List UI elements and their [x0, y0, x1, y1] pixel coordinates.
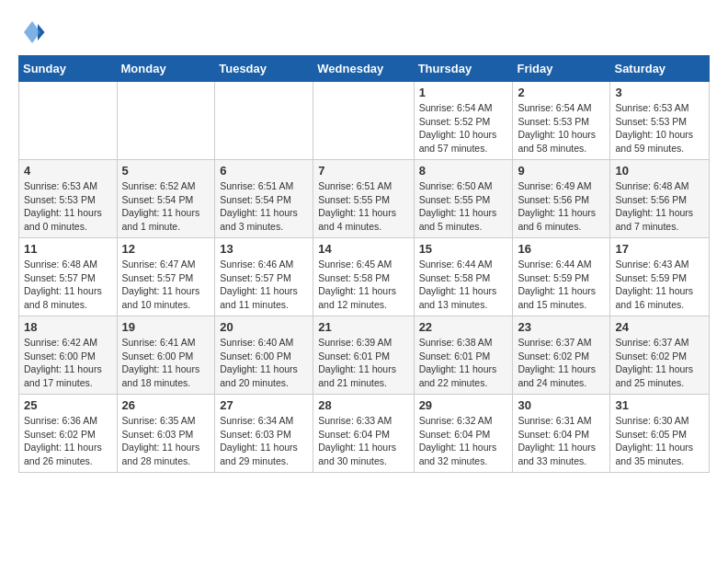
calendar-cell: 6Sunrise: 6:51 AM Sunset: 5:54 PM Daylig…	[215, 160, 313, 238]
day-info: Sunrise: 6:51 AM Sunset: 5:55 PM Dayligh…	[318, 179, 408, 234]
day-info: Sunrise: 6:42 AM Sunset: 6:00 PM Dayligh…	[24, 336, 112, 390]
day-info: Sunrise: 6:53 AM Sunset: 5:53 PM Dayligh…	[24, 179, 112, 234]
day-number: 7	[318, 164, 408, 178]
calendar-cell: 27Sunrise: 6:34 AM Sunset: 6:03 PM Dayli…	[215, 395, 313, 473]
calendar-week-4: 18Sunrise: 6:42 AM Sunset: 6:00 PM Dayli…	[19, 316, 710, 395]
calendar-cell: 19Sunrise: 6:41 AM Sunset: 6:00 PM Dayli…	[117, 316, 215, 395]
calendar-cell: 30Sunrise: 6:31 AM Sunset: 6:04 PM Dayli…	[513, 395, 610, 473]
day-info: Sunrise: 6:37 AM Sunset: 6:02 PM Dayligh…	[615, 336, 704, 390]
day-info: Sunrise: 6:50 AM Sunset: 5:55 PM Dayligh…	[419, 179, 508, 234]
header-row: SundayMondayTuesdayWednesdayThursdayFrid…	[19, 56, 710, 82]
day-info: Sunrise: 6:43 AM Sunset: 5:59 PM Dayligh…	[615, 258, 704, 312]
day-number: 2	[518, 86, 605, 99]
day-number: 10	[615, 164, 704, 178]
day-number: 13	[220, 242, 308, 256]
calendar-cell: 31Sunrise: 6:30 AM Sunset: 6:05 PM Dayli…	[610, 395, 710, 473]
day-info: Sunrise: 6:34 AM Sunset: 6:03 PM Dayligh…	[220, 414, 308, 468]
column-header-friday: Friday	[513, 56, 610, 82]
calendar-cell: 23Sunrise: 6:37 AM Sunset: 6:02 PM Dayli…	[513, 316, 610, 395]
day-info: Sunrise: 6:38 AM Sunset: 6:01 PM Dayligh…	[419, 336, 508, 390]
day-number: 24	[615, 320, 704, 334]
day-number: 30	[518, 398, 605, 412]
calendar-cell: 7Sunrise: 6:51 AM Sunset: 5:55 PM Daylig…	[313, 160, 414, 238]
calendar-cell: 13Sunrise: 6:46 AM Sunset: 5:57 PM Dayli…	[215, 238, 313, 316]
day-number: 3	[615, 86, 704, 99]
calendar-cell: 17Sunrise: 6:43 AM Sunset: 5:59 PM Dayli…	[610, 238, 710, 316]
calendar-cell: 12Sunrise: 6:47 AM Sunset: 5:57 PM Dayli…	[117, 238, 215, 316]
day-info: Sunrise: 6:30 AM Sunset: 6:05 PM Dayligh…	[615, 414, 704, 468]
calendar-cell: 18Sunrise: 6:42 AM Sunset: 6:00 PM Dayli…	[19, 316, 118, 395]
day-number: 5	[122, 164, 210, 178]
day-number: 14	[318, 242, 408, 256]
calendar-week-2: 4Sunrise: 6:53 AM Sunset: 5:53 PM Daylig…	[19, 160, 710, 238]
calendar-cell: 11Sunrise: 6:48 AM Sunset: 5:57 PM Dayli…	[19, 238, 118, 316]
day-number: 28	[318, 398, 408, 412]
day-info: Sunrise: 6:37 AM Sunset: 6:02 PM Dayligh…	[518, 336, 605, 390]
day-info: Sunrise: 6:44 AM Sunset: 5:58 PM Dayligh…	[419, 258, 508, 312]
calendar-cell: 15Sunrise: 6:44 AM Sunset: 5:58 PM Dayli…	[414, 238, 513, 316]
day-info: Sunrise: 6:36 AM Sunset: 6:02 PM Dayligh…	[24, 414, 112, 468]
calendar-cell	[313, 82, 414, 160]
day-info: Sunrise: 6:40 AM Sunset: 6:00 PM Dayligh…	[220, 336, 308, 390]
calendar-week-3: 11Sunrise: 6:48 AM Sunset: 5:57 PM Dayli…	[19, 238, 710, 316]
column-header-wednesday: Wednesday	[313, 56, 414, 82]
day-number: 16	[518, 242, 605, 256]
day-number: 18	[24, 320, 112, 334]
day-number: 17	[615, 242, 704, 256]
calendar-cell: 3Sunrise: 6:53 AM Sunset: 5:53 PM Daylig…	[610, 82, 710, 160]
column-header-tuesday: Tuesday	[215, 56, 313, 82]
day-number: 22	[419, 320, 508, 334]
calendar-week-1: 1Sunrise: 6:54 AM Sunset: 5:52 PM Daylig…	[19, 82, 710, 160]
calendar-cell: 16Sunrise: 6:44 AM Sunset: 5:59 PM Dayli…	[513, 238, 610, 316]
calendar-cell: 25Sunrise: 6:36 AM Sunset: 6:02 PM Dayli…	[19, 395, 118, 473]
day-info: Sunrise: 6:32 AM Sunset: 6:04 PM Dayligh…	[419, 414, 508, 468]
calendar-cell: 5Sunrise: 6:52 AM Sunset: 5:54 PM Daylig…	[117, 160, 215, 238]
day-info: Sunrise: 6:52 AM Sunset: 5:54 PM Dayligh…	[122, 179, 210, 234]
day-info: Sunrise: 6:54 AM Sunset: 5:53 PM Dayligh…	[518, 101, 605, 155]
calendar-table: SundayMondayTuesdayWednesdayThursdayFrid…	[18, 55, 710, 473]
day-info: Sunrise: 6:35 AM Sunset: 6:03 PM Dayligh…	[122, 414, 210, 468]
day-info: Sunrise: 6:41 AM Sunset: 6:00 PM Dayligh…	[122, 336, 210, 390]
calendar-cell: 2Sunrise: 6:54 AM Sunset: 5:53 PM Daylig…	[513, 82, 610, 160]
calendar-cell: 8Sunrise: 6:50 AM Sunset: 5:55 PM Daylig…	[414, 160, 513, 238]
day-number: 4	[24, 164, 112, 178]
day-number: 8	[419, 164, 508, 178]
day-info: Sunrise: 6:44 AM Sunset: 5:59 PM Dayligh…	[518, 258, 605, 312]
calendar-cell	[19, 82, 118, 160]
day-info: Sunrise: 6:39 AM Sunset: 6:01 PM Dayligh…	[318, 336, 408, 390]
calendar-cell: 26Sunrise: 6:35 AM Sunset: 6:03 PM Dayli…	[117, 395, 215, 473]
day-number: 27	[220, 398, 308, 412]
calendar-cell: 24Sunrise: 6:37 AM Sunset: 6:02 PM Dayli…	[610, 316, 710, 395]
day-info: Sunrise: 6:45 AM Sunset: 5:58 PM Dayligh…	[318, 258, 408, 312]
calendar-cell: 10Sunrise: 6:48 AM Sunset: 5:56 PM Dayli…	[610, 160, 710, 238]
day-number: 23	[518, 320, 605, 334]
calendar-cell: 9Sunrise: 6:49 AM Sunset: 5:56 PM Daylig…	[513, 160, 610, 238]
calendar-cell: 21Sunrise: 6:39 AM Sunset: 6:01 PM Dayli…	[313, 316, 414, 395]
logo-icon	[18, 18, 46, 46]
calendar-cell: 20Sunrise: 6:40 AM Sunset: 6:00 PM Dayli…	[215, 316, 313, 395]
day-info: Sunrise: 6:51 AM Sunset: 5:54 PM Dayligh…	[220, 179, 308, 234]
column-header-sunday: Sunday	[19, 56, 118, 82]
day-info: Sunrise: 6:48 AM Sunset: 5:57 PM Dayligh…	[24, 258, 112, 312]
calendar-cell: 22Sunrise: 6:38 AM Sunset: 6:01 PM Dayli…	[414, 316, 513, 395]
calendar-cell: 28Sunrise: 6:33 AM Sunset: 6:04 PM Dayli…	[313, 395, 414, 473]
logo	[18, 18, 50, 46]
day-number: 25	[24, 398, 112, 412]
day-number: 29	[419, 398, 508, 412]
calendar-cell	[117, 82, 215, 160]
column-header-saturday: Saturday	[610, 56, 710, 82]
day-number: 20	[220, 320, 308, 334]
day-number: 6	[220, 164, 308, 178]
day-number: 21	[318, 320, 408, 334]
day-info: Sunrise: 6:46 AM Sunset: 5:57 PM Dayligh…	[220, 258, 308, 312]
day-number: 15	[419, 242, 508, 256]
day-number: 12	[122, 242, 210, 256]
day-info: Sunrise: 6:48 AM Sunset: 5:56 PM Dayligh…	[615, 179, 704, 234]
column-header-thursday: Thursday	[414, 56, 513, 82]
calendar-cell: 29Sunrise: 6:32 AM Sunset: 6:04 PM Dayli…	[414, 395, 513, 473]
day-number: 26	[122, 398, 210, 412]
calendar-cell: 14Sunrise: 6:45 AM Sunset: 5:58 PM Dayli…	[313, 238, 414, 316]
day-info: Sunrise: 6:53 AM Sunset: 5:53 PM Dayligh…	[615, 101, 704, 155]
day-info: Sunrise: 6:49 AM Sunset: 5:56 PM Dayligh…	[518, 179, 605, 234]
day-number: 9	[518, 164, 605, 178]
